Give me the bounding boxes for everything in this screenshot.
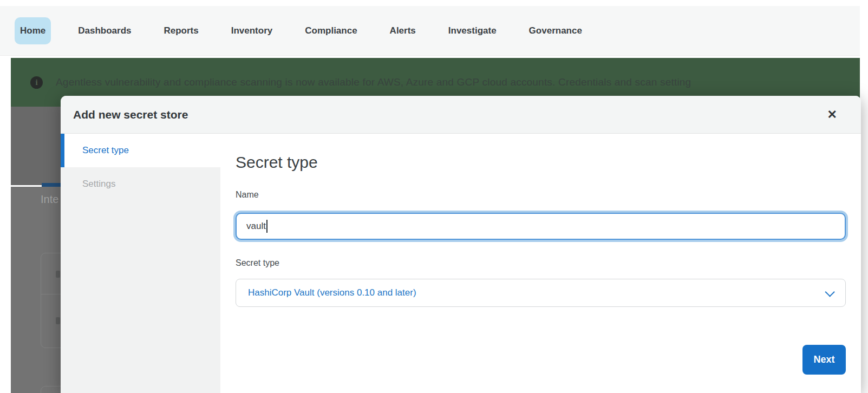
dimmed-card-text-fragment: [56, 271, 60, 278]
name-label: Name: [236, 190, 846, 200]
name-input-value: vault: [246, 221, 266, 232]
info-icon: i: [30, 76, 43, 89]
secret-type-select[interactable]: HashiCorp Vault (versions 0.10 and later…: [236, 279, 846, 307]
close-icon[interactable]: ✕: [827, 109, 837, 121]
nav-item-dashboards[interactable]: Dashboards: [73, 17, 136, 44]
secret-type-selected-value: HashiCorp Vault (versions 0.10 and later…: [248, 287, 416, 298]
modal-header: Add new secret store ✕: [61, 96, 861, 134]
dimmed-page-heading: Inte: [41, 193, 61, 207]
chevron-down-icon: [825, 287, 834, 297]
dimmed-card-text-fragment: [56, 317, 60, 324]
nav-item-inventory[interactable]: Inventory: [226, 17, 278, 44]
next-button[interactable]: Next: [802, 345, 846, 375]
content-heading: Secret type: [236, 153, 846, 172]
banner-text: Agentless vulnerability and compliance s…: [56, 76, 691, 88]
page: Home Dashboards Reports Inventory Compli…: [0, 0, 868, 393]
modal-sidebar: Secret type Settings: [61, 134, 220, 393]
nav-item-investigate[interactable]: Investigate: [443, 17, 502, 44]
secret-type-label: Secret type: [236, 258, 846, 268]
nav-item-alerts[interactable]: Alerts: [384, 17, 421, 44]
nav-item-reports[interactable]: Reports: [158, 17, 204, 44]
top-navbar: Home Dashboards Reports Inventory Compli…: [0, 6, 860, 56]
modal-content: Secret type Name vault Secret type Hashi…: [220, 134, 861, 393]
nav-item-governance[interactable]: Governance: [524, 17, 588, 44]
modal-title: Add new secret store: [73, 108, 188, 121]
modal-body: Secret type Settings Secret type Name va…: [61, 134, 861, 393]
tab-settings[interactable]: Settings: [61, 167, 220, 201]
name-input[interactable]: vault: [236, 213, 846, 240]
add-secret-store-modal: Add new secret store ✕ Secret type Setti…: [61, 96, 861, 393]
tab-secret-type[interactable]: Secret type: [61, 134, 220, 167]
nav-item-home[interactable]: Home: [15, 17, 51, 44]
text-cursor: [266, 220, 267, 233]
nav-item-compliance[interactable]: Compliance: [299, 17, 362, 44]
